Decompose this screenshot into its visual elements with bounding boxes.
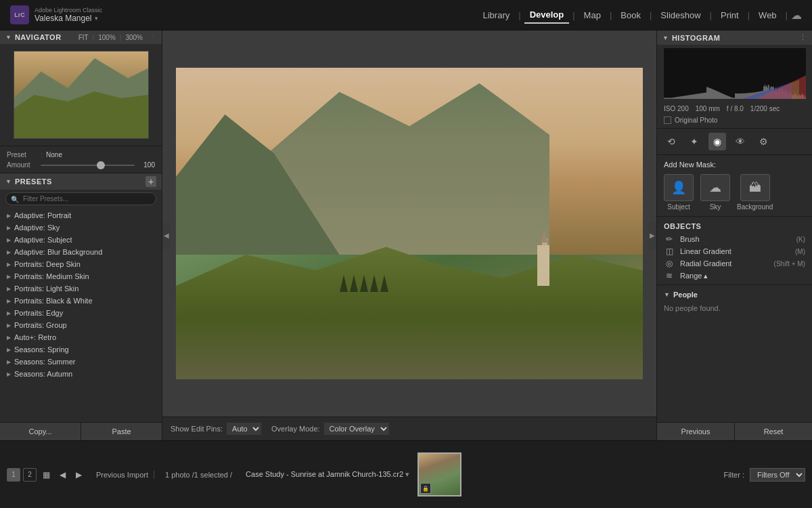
preset-list-item[interactable]: ▶Portraits: Edgy [0,307,162,319]
app-info: Adobe Lightroom Classic Valeska Mangel ▾ [35,7,102,23]
mask-sky-label: Sky [710,203,721,211]
mask-background-label: Background [737,203,773,211]
photo-area [162,30,656,417]
reset-button[interactable]: Reset [735,423,812,440]
nav-preview[interactable] [14,51,149,139]
brush-shortcut: (K) [796,236,805,243]
tool-mask[interactable]: ◉ [708,133,726,150]
presets-header[interactable]: ▼ Presets + [0,173,162,190]
mask-subject-button[interactable]: 👤 Subject [664,174,694,211]
original-photo-label: Original Photo [675,117,717,124]
paste-button[interactable]: Paste [81,423,162,440]
nav-print[interactable]: Print [715,7,744,23]
preset-amount-section: Preset : None Amount 100 [0,146,162,173]
mask-icons: 👤 Subject ☁ Sky 🏔 Background [664,174,805,211]
preset-list-item[interactable]: ▶Seasons: Autumn [0,368,162,380]
objects-section: Objects ✏ Brush (K) ◫ Linear Gradient (M… [657,217,812,285]
presets-title: Presets [15,177,52,186]
navigator-header[interactable]: ▼ Navigator FIT | 100% | 300% ⋮ [0,30,162,44]
preset-list-item[interactable]: ▶Auto+: Retro [0,331,162,343]
preset-list-item[interactable]: ▶Adaptive: Subject [0,234,162,246]
mask-background-button[interactable]: 🏔 Background [737,174,773,211]
people-header[interactable]: ▼ People [664,288,805,301]
filmstrip-prev-arrow[interactable]: ◀ [55,468,69,482]
filmstrip-page-controls: 1 2 ▦ ◀ ▶ [7,468,85,482]
preset-list-item[interactable]: ▶Portraits: Group [0,319,162,331]
main-photo[interactable] [176,68,643,379]
nav-map[interactable]: Map [579,7,606,23]
photo-scene [176,68,643,379]
filmstrip-right-controls: Filter : Filters Off [723,468,805,482]
overlay-mode-select[interactable]: Color Overlay [324,423,389,435]
tool-settings[interactable]: ⚙ [754,133,772,150]
presets-panel: ▼ Presets + 🔍 ▶Adaptive: Portrait▶Adapti… [0,173,162,422]
app-name: Adobe Lightroom Classic [35,7,102,14]
preset-search-input[interactable] [5,192,156,205]
original-photo-checkbox[interactable] [664,117,671,124]
cloud-icon[interactable]: ☁ [791,9,802,22]
preset-list-item[interactable]: ▶Seasons: Spring [0,343,162,356]
preset-list-item[interactable]: ▶Adaptive: Sky [0,221,162,234]
tool-linear-gradient-row[interactable]: ◫ Linear Gradient (M) [664,245,805,257]
left-panel: ▼ Navigator FIT | 100% | 300% ⋮ Pre [0,30,162,440]
preset-list-item[interactable]: ▶Portraits: Black & White [0,295,162,307]
preset-list-item[interactable]: ▶Portraits: Medium Skin [0,270,162,282]
filmstrip-next-arrow[interactable]: ▶ [72,468,85,482]
preset-list-item[interactable]: ▶Portraits: Light Skin [0,282,162,295]
objects-header[interactable]: Objects [664,219,805,233]
amount-thumb[interactable] [97,161,105,169]
zoom-300[interactable]: 300% [125,34,143,41]
filmstrip-page-2[interactable]: 2 [23,468,37,482]
mask-sky-button[interactable]: ☁ Sky [700,174,730,211]
add-preset-button[interactable]: + [145,176,156,187]
mask-section: Add New Mask: 👤 Subject ☁ Sky 🏔 Backgrou… [657,155,812,217]
radial-gradient-label: Radial Gradient [680,259,731,268]
nav-book[interactable]: Book [615,7,646,23]
nav-slideshow[interactable]: Slideshow [655,7,706,23]
tool-redeye[interactable]: 👁 [731,133,749,150]
right-panel-toggle[interactable]: ▶ [648,222,656,249]
camera-info: ISO 200 100 mm f / 8.0 1/200 sec [657,102,812,115]
center-bottom-bar: Show Edit Pins: Auto Overlay Mode: Color… [162,417,656,440]
import-label[interactable]: Previous Import [91,471,154,479]
photo-name[interactable]: Case Study - Sunrise at Jamnik Church-13… [243,470,412,479]
tool-clone[interactable]: ✦ [685,133,703,150]
nav-web[interactable]: Web [753,7,782,23]
histogram-header[interactable]: ▼ Histogram ⋮ [657,30,812,45]
amount-value: 100 [138,161,155,169]
filmstrip-thumb-1[interactable]: 🔒 [418,452,461,496]
radial-gradient-shortcut: (Shift + M) [774,260,805,268]
amount-slider[interactable] [41,165,135,166]
show-edit-pins-select[interactable]: Auto [227,423,261,435]
lrc-logo: LrC [10,5,29,24]
preset-list-item[interactable]: ▶Seasons: Summer [0,356,162,368]
right-panel: ▼ Histogram ⋮ ISO 200 100 mm f / 8.0 1/2… [656,30,812,440]
radial-gradient-icon: ◎ [664,259,675,268]
preset-list-item[interactable]: ▶Adaptive: Blur Background [0,246,162,258]
preset-search-area: 🔍 [0,190,162,208]
nav-develop[interactable]: Develop [524,7,570,24]
church-spire [541,229,547,242]
preset-list-item[interactable]: ▶Portraits: Deep Skin [0,258,162,270]
tool-heal[interactable]: ⟲ [662,133,680,150]
filmstrip-grid-button[interactable]: ▦ [39,468,53,482]
overlay-mode-label: Overlay Mode: [271,425,320,433]
tool-brush-row[interactable]: ✏ Brush (K) [664,233,805,245]
preset-list-item[interactable]: ▶Adaptive: Portrait [0,209,162,221]
copy-button[interactable]: Copy... [0,423,81,440]
histogram-title: Histogram [672,34,721,42]
filter-select[interactable]: Filters Off [750,468,805,482]
left-panel-toggle[interactable]: ◀ [162,222,171,249]
presets-triangle: ▼ [5,178,12,185]
zoom-100[interactable]: 100% [98,34,116,41]
zoom-fit[interactable]: FIT [78,34,89,41]
top-bar: LrC Adobe Lightroom Classic Valeska Mang… [0,0,812,30]
previous-button[interactable]: Previous [657,423,735,440]
nav-library[interactable]: Library [478,7,516,23]
right-bottom-buttons: Previous Reset [657,422,812,440]
preset-value: None [46,151,62,158]
tool-radial-gradient-row[interactable]: ◎ Radial Gradient (Shift + M) [664,257,805,270]
filmstrip-page-1[interactable]: 1 [7,468,20,482]
people-section: ▼ People No people found. [657,285,812,318]
tool-range-row[interactable]: ≋ Range ▴ [664,270,805,282]
